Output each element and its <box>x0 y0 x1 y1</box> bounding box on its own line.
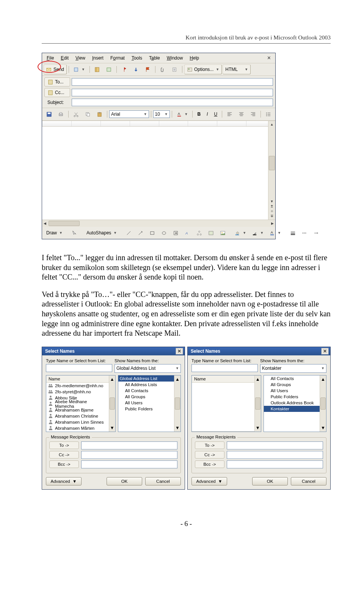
follow-up-button[interactable] <box>142 64 153 74</box>
message-body-editor[interactable]: ▲ ▼ ± ○ ∓ <box>42 121 275 220</box>
type-name-input[interactable] <box>191 364 258 372</box>
to-recipients-input[interactable] <box>227 441 323 449</box>
underline-button[interactable]: U <box>211 109 220 119</box>
rectangle-tool[interactable] <box>147 228 158 238</box>
dash-style-button[interactable] <box>299 228 310 238</box>
menu-help[interactable]: Help <box>187 54 203 62</box>
save-button[interactable] <box>44 109 55 119</box>
list-item[interactable] <box>192 425 254 431</box>
paste-button[interactable] <box>94 109 105 119</box>
cc-add-button[interactable]: Cc -> <box>49 451 79 459</box>
menu-edit[interactable]: Edit <box>58 54 72 62</box>
cc-input[interactable] <box>72 89 273 96</box>
wordart-tool[interactable]: A <box>182 228 193 238</box>
list-item[interactable] <box>192 413 254 419</box>
list-item[interactable]: All Contacts <box>264 375 320 382</box>
list-item[interactable]: Outlook Address Book <box>264 400 320 406</box>
italic-button[interactable]: I <box>204 109 210 119</box>
dialog-titlebar[interactable]: Select Names ✕ <box>42 347 185 355</box>
attach-file-button[interactable] <box>157 64 168 74</box>
list-item[interactable] <box>192 395 254 401</box>
advanced-button[interactable]: Advanced ▼ <box>46 477 82 485</box>
diagram-tool[interactable] <box>194 228 205 238</box>
cancel-button[interactable]: Cancel <box>145 477 181 485</box>
cc-button[interactable]: Cc... <box>44 88 70 97</box>
picture-tool[interactable] <box>217 228 228 238</box>
font-color-button[interactable]: A▼ <box>174 109 191 119</box>
autoshapes-menu[interactable]: AutoShapes▼ <box>84 228 119 238</box>
list-item[interactable]: All Groups <box>264 382 320 388</box>
close-icon[interactable]: ✕ <box>321 348 329 355</box>
list-item[interactable] <box>192 407 254 413</box>
list-item[interactable]: Public Folders <box>264 394 320 400</box>
size-select[interactable]: 10▼ <box>153 110 170 118</box>
scrollbar-thumb[interactable] <box>49 221 80 226</box>
names-listbox[interactable]: Name ◀▶ <box>191 375 261 432</box>
advanced-button[interactable]: Advanced ▼ <box>191 477 227 485</box>
list-item[interactable]: Abebe Medhane Mamecha <box>46 401 109 407</box>
sources-listbox[interactable]: Global Address ListAll Address ListsAll … <box>118 375 181 432</box>
cut-button[interactable] <box>71 109 82 119</box>
bcc-add-button[interactable]: Bcc -> <box>49 460 79 468</box>
close-icon[interactable]: ✕ <box>176 348 183 355</box>
list-item[interactable]: All Address Lists <box>118 382 174 388</box>
format-mode-select[interactable]: HTML ▼ <box>223 64 251 74</box>
align-left-button[interactable] <box>224 109 235 119</box>
to-button[interactable]: To... <box>44 77 70 86</box>
menu-table[interactable]: Table <box>146 54 164 62</box>
list-item[interactable] <box>192 401 254 407</box>
list-item[interactable]: Abrahamsen Svein Magne <box>46 431 109 432</box>
cc-recipients-input[interactable] <box>227 451 323 459</box>
bcc-add-button[interactable]: Bcc -> <box>195 460 224 468</box>
list-item[interactable]: All Users <box>118 400 174 406</box>
vertical-scrollbar[interactable]: ▲▼ <box>254 375 261 432</box>
vertical-scrollbar[interactable]: ▲ ▼ ± ○ ∓ <box>268 121 275 220</box>
fill-color-button[interactable]: ▼ <box>232 228 249 238</box>
list-item[interactable]: Abrahamsen Christine <box>46 413 109 419</box>
to-input[interactable] <box>72 78 273 86</box>
ok-button[interactable]: OK <box>252 477 288 485</box>
list-item[interactable]: All Contacts <box>118 388 174 394</box>
align-right-button[interactable] <box>248 109 259 119</box>
textbox-tool[interactable]: A <box>170 228 181 238</box>
oval-tool[interactable] <box>158 228 169 238</box>
clipart-tool[interactable] <box>206 228 217 238</box>
copy-button[interactable] <box>82 109 93 119</box>
importance-high-button[interactable] <box>119 64 130 74</box>
attach-item-button[interactable] <box>169 64 180 74</box>
names-listbox[interactable]: Name 2fo-medlemmer@nhh.no2fo-styret@nhh.… <box>46 375 116 432</box>
list-item[interactable] <box>192 419 254 425</box>
line-tool[interactable] <box>123 228 134 238</box>
importance-low-button[interactable] <box>130 64 141 74</box>
subject-input[interactable] <box>72 99 273 106</box>
list-item[interactable]: Abrahamsen Mårten <box>46 425 109 431</box>
list-item[interactable]: 2fo-styret@nhh.no <box>46 389 109 395</box>
print-button[interactable] <box>55 109 66 119</box>
show-names-select[interactable]: Global Address List▼ <box>115 364 181 373</box>
type-name-input[interactable] <box>46 364 112 372</box>
cc-recipients-input[interactable] <box>81 451 177 459</box>
vertical-scrollbar[interactable]: ▲▼ <box>174 375 180 432</box>
menu-format[interactable]: Format <box>107 54 129 62</box>
bullets-button[interactable] <box>263 109 274 119</box>
check-names-button[interactable] <box>104 64 115 74</box>
list-item[interactable]: All Users <box>264 388 320 394</box>
options-button[interactable]: Options... ▼ <box>184 64 222 74</box>
menu-view[interactable]: View <box>72 54 89 62</box>
horizontal-scrollbar[interactable]: ◀▶ <box>192 431 254 432</box>
list-item[interactable]: Kontakter <box>264 406 320 412</box>
bcc-recipients-input[interactable] <box>227 460 323 468</box>
menu-tools[interactable]: Tools <box>129 54 146 62</box>
bcc-recipients-input[interactable] <box>81 460 177 468</box>
menu-file[interactable]: File <box>44 54 58 62</box>
horizontal-scrollbar[interactable]: ◀ ▶ <box>42 220 275 227</box>
vertical-scrollbar[interactable]: ▲▼ <box>320 375 326 432</box>
send-button[interactable]: Send <box>44 64 67 74</box>
scrollbar-thumb[interactable] <box>269 156 275 170</box>
arrow-tool[interactable] <box>135 228 146 238</box>
sources-listbox[interactable]: All ContactsAll GroupsAll UsersPublic Fo… <box>264 375 326 432</box>
align-center-button[interactable] <box>236 109 247 119</box>
menu-window[interactable]: Window <box>164 54 187 62</box>
line-color-button[interactable]: ▼ <box>249 228 266 238</box>
line-style-button[interactable] <box>287 228 298 238</box>
